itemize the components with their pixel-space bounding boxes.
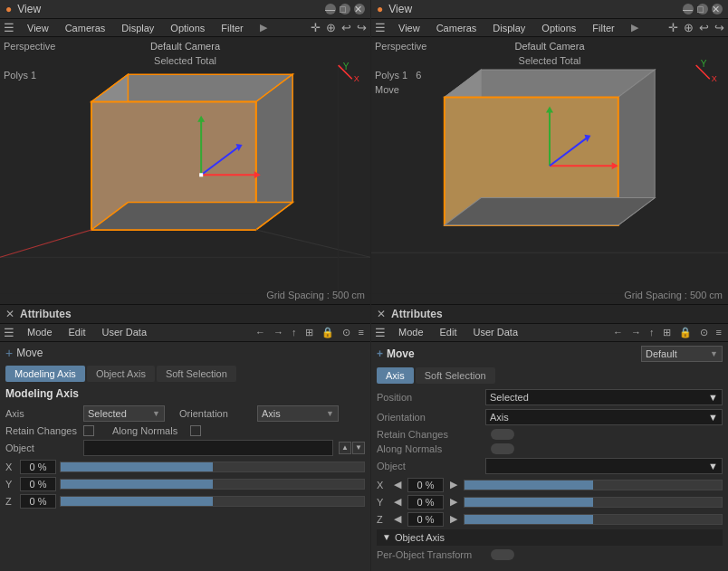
left-along-normals-checkbox[interactable]: [190, 425, 201, 436]
right-window-titlebar: ● View — □ ✕: [371, 0, 728, 19]
right-orientation-dropdown[interactable]: Axis ▼: [485, 409, 723, 425]
left-retain-checkbox[interactable]: [83, 425, 94, 436]
right-attr-forward-icon[interactable]: →: [628, 326, 644, 338]
right-x-slider[interactable]: [464, 480, 723, 490]
right-z-decrement-icon[interactable]: ◀: [391, 512, 404, 526]
left-attr-hamburger-icon[interactable]: ☰: [4, 326, 14, 339]
right-attr-up-icon[interactable]: ↑: [647, 326, 657, 338]
right-attr-more-icon[interactable]: ≡: [714, 326, 724, 338]
left-x-value[interactable]: 0 %: [20, 460, 56, 474]
left-attributes-panel: ✕ Attributes ☰ Mode Edit User Data ← → ↑…: [0, 304, 370, 572]
right-attr-hamburger-icon[interactable]: ☰: [375, 326, 386, 339]
left-viewport[interactable]: Y X Perspective Default Camera Selected …: [0, 37, 370, 304]
right-close-btn[interactable]: ✕: [712, 4, 723, 14]
right-default-dropdown[interactable]: Default ▼: [641, 346, 723, 362]
right-y-value[interactable]: 0 %: [407, 495, 444, 509]
right-tab-axis[interactable]: Axis: [377, 367, 414, 384]
left-axis-dropdown[interactable]: Selected ▼: [83, 405, 165, 422]
left-menu-options[interactable]: Options: [167, 22, 208, 34]
right-object-dropdown[interactable]: ▼: [485, 458, 723, 474]
left-hamburger-icon[interactable]: ☰: [4, 21, 14, 34]
right-attr-close-icon[interactable]: ✕: [377, 308, 386, 320]
left-x-slider[interactable]: [60, 462, 365, 472]
right-x-value[interactable]: 0 %: [407, 478, 444, 492]
right-toolbar-undo-icon[interactable]: ↩: [699, 21, 709, 34]
left-z-value[interactable]: 0 %: [20, 494, 56, 509]
left-toolbar-move-icon[interactable]: ✛: [311, 21, 321, 34]
left-menu-display[interactable]: Display: [118, 22, 158, 34]
right-attr-menu-mode[interactable]: Mode: [395, 326, 427, 338]
left-toolbar-redo-icon[interactable]: ↪: [357, 21, 367, 34]
right-toolbar-redo-icon[interactable]: ↪: [714, 21, 724, 34]
left-tab-object-axis[interactable]: Object Axis: [87, 366, 155, 382]
right-object-axis-arrow-icon[interactable]: ▼: [382, 532, 391, 542]
right-attr-settings-icon[interactable]: ⊙: [697, 326, 711, 339]
right-menu-display[interactable]: Display: [489, 22, 529, 34]
left-attr-close-icon[interactable]: ✕: [5, 308, 14, 320]
right-viewport[interactable]: Y X Perspective Default Camera Selected …: [371, 37, 728, 304]
left-object-down-btn[interactable]: ▼: [352, 442, 365, 454]
right-attr-back-icon[interactable]: ←: [610, 326, 626, 338]
right-minimize-btn[interactable]: —: [683, 4, 694, 14]
left-attr-more-icon[interactable]: ≡: [356, 326, 367, 338]
right-along-normals-toggle[interactable]: [491, 443, 514, 454]
left-attr-menu-mode[interactable]: Mode: [24, 326, 56, 338]
left-menu-view[interactable]: View: [24, 22, 53, 34]
left-object-up-btn[interactable]: ▲: [339, 442, 351, 454]
right-attributes-panel: ✕ Attributes ☰ Mode Edit User Data ← → ↑…: [371, 304, 728, 572]
right-y-decrement-icon[interactable]: ◀: [391, 495, 404, 509]
right-y-increment-icon[interactable]: ▶: [447, 495, 460, 509]
left-attr-forward-icon[interactable]: →: [271, 326, 286, 338]
left-attr-filter-icon[interactable]: ⊞: [302, 326, 316, 339]
right-y-slider[interactable]: [464, 497, 723, 508]
right-x-slider-fill: [465, 481, 593, 490]
left-y-value[interactable]: 0 %: [20, 477, 56, 491]
left-z-slider[interactable]: [60, 496, 365, 507]
right-tab-soft-selection[interactable]: Soft Selection: [416, 367, 495, 384]
left-toolbar-undo-icon[interactable]: ↩: [341, 21, 351, 34]
left-retain-label: Retain Changes: [5, 425, 78, 436]
right-attr-filter-icon[interactable]: ⊞: [660, 326, 674, 339]
right-menu-cameras[interactable]: Cameras: [433, 22, 481, 34]
left-menu-expand-icon[interactable]: ▶: [260, 22, 267, 33]
right-toolbar-move-icon[interactable]: ✛: [668, 21, 678, 34]
left-maximize-btn[interactable]: □: [340, 4, 350, 14]
left-y-slider[interactable]: [60, 479, 365, 490]
left-attr-menu-userdata[interactable]: User Data: [99, 326, 151, 338]
right-attr-menu-edit[interactable]: Edit: [436, 326, 461, 338]
left-tab-soft-selection[interactable]: Soft Selection: [157, 366, 236, 382]
left-object-input[interactable]: [83, 440, 333, 456]
right-maximize-btn[interactable]: □: [697, 4, 708, 14]
left-attr-lock-icon[interactable]: 🔒: [319, 326, 337, 339]
right-menu-options[interactable]: Options: [538, 22, 580, 34]
left-close-btn[interactable]: ✕: [354, 4, 365, 14]
right-hamburger-icon[interactable]: ☰: [375, 21, 386, 34]
right-z-slider[interactable]: [464, 514, 723, 525]
left-menu-filter[interactable]: Filter: [217, 22, 246, 34]
right-menu-filter[interactable]: Filter: [589, 22, 618, 34]
left-axis-label: Axis: [5, 408, 78, 419]
right-retain-toggle[interactable]: [491, 429, 514, 440]
right-menu-expand-icon[interactable]: ▶: [631, 22, 638, 33]
left-orientation-dropdown[interactable]: Axis ▼: [257, 405, 339, 422]
right-position-dropdown[interactable]: Selected ▼: [485, 389, 723, 405]
left-plus-move[interactable]: + Move: [5, 346, 365, 360]
left-attr-settings-icon[interactable]: ⊙: [340, 326, 353, 339]
left-attr-up-icon[interactable]: ↑: [289, 326, 300, 338]
right-toolbar-rotate-icon[interactable]: ⊕: [684, 21, 694, 34]
left-tab-modeling-axis[interactable]: Modeling Axis: [5, 366, 85, 382]
left-attr-back-icon[interactable]: ←: [253, 326, 268, 338]
right-attr-lock-icon[interactable]: 🔒: [676, 326, 694, 339]
left-toolbar-rotate-icon[interactable]: ⊕: [326, 21, 336, 34]
right-x-decrement-icon[interactable]: ◀: [391, 478, 404, 491]
right-per-object-toggle[interactable]: [491, 549, 514, 560]
left-attr-menu-edit[interactable]: Edit: [65, 326, 90, 338]
right-attr-menu-userdata[interactable]: User Data: [470, 326, 522, 338]
right-menu-view[interactable]: View: [395, 22, 424, 34]
left-minimize-btn[interactable]: —: [325, 4, 336, 14]
right-z-value[interactable]: 0 %: [407, 512, 444, 527]
right-z-increment-icon[interactable]: ▶: [447, 512, 460, 526]
right-x-increment-icon[interactable]: ▶: [447, 478, 460, 491]
left-menu-cameras[interactable]: Cameras: [62, 22, 110, 34]
right-grid-spacing: Grid Spacing : 500 cm: [624, 290, 723, 300]
